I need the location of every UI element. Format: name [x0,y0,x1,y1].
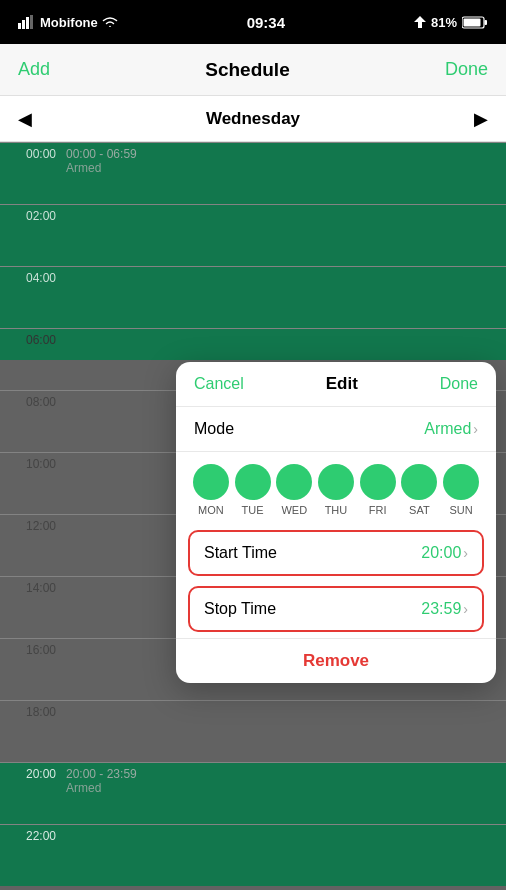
days-row: MON TUE WED THU FRI [176,452,496,520]
signal-icon [18,15,36,29]
stop-time-row[interactable]: Stop Time 23:59 › [188,586,484,632]
modal-header: Cancel Edit Done [176,362,496,407]
day-label-sun: SUN [449,504,472,516]
mode-value: Armed › [424,420,478,438]
mode-value-text: Armed [424,420,471,438]
prev-day-button[interactable]: ◀ [18,108,32,130]
time-label-0800: 08:00 [0,391,62,452]
timeline: 00:00 00:00 - 06:59 Armed 02:00 04:00 06… [0,142,506,890]
day-wed[interactable]: WED [276,464,312,516]
svg-rect-3 [30,15,33,29]
modal-title: Edit [326,374,358,394]
edit-modal: Cancel Edit Done Mode Armed › MON [176,362,496,683]
start-time-chevron-icon: › [463,545,468,561]
day-dot-mon [193,464,229,500]
modal-done-button[interactable]: Done [440,375,478,393]
battery-icon [462,16,488,29]
day-label-tue: TUE [242,504,264,516]
battery-percent: 81% [431,15,457,30]
day-mon[interactable]: MON [193,464,229,516]
modal-cancel-button[interactable]: Cancel [194,375,244,393]
day-dot-thu [318,464,354,500]
stop-time-chevron-icon: › [463,601,468,617]
add-button[interactable]: Add [18,59,50,80]
time-label-2200: 22:00 [0,825,62,886]
stop-time-text: 23:59 [421,600,461,618]
done-button[interactable]: Done [445,59,488,80]
remove-button[interactable]: Remove [303,651,369,671]
day-tue[interactable]: TUE [235,464,271,516]
day-label-mon: MON [198,504,224,516]
time-label-1400: 14:00 [0,577,62,638]
stop-time-label: Stop Time [204,600,276,618]
next-day-button[interactable]: ▶ [474,108,488,130]
day-label: Wednesday [206,109,300,129]
time-label-1000: 10:00 [0,453,62,514]
day-thu[interactable]: THU [318,464,354,516]
day-dot-sat [401,464,437,500]
time-label-0000: 00:00 [0,143,62,204]
time-label-1600: 16:00 [0,639,62,700]
time-label-2000: 20:00 [0,763,62,824]
start-time-text: 20:00 [421,544,461,562]
day-sat[interactable]: SAT [401,464,437,516]
status-time: 09:34 [247,14,285,31]
day-nav: ◀ Wednesday ▶ [0,96,506,142]
wifi-icon [102,16,118,28]
nav-bar: Add Schedule Done [0,44,506,96]
day-label-fri: FRI [369,504,387,516]
carrier-text: Mobifone [40,15,98,30]
day-dot-fri [360,464,396,500]
time-label-0600: 06:00 [0,329,62,390]
mode-chevron-icon: › [473,421,478,437]
svg-rect-1 [22,20,25,29]
day-fri[interactable]: FRI [360,464,396,516]
svg-marker-4 [414,16,426,28]
status-right: 81% [414,15,488,30]
page-title: Schedule [205,59,289,81]
modal-mode-row[interactable]: Mode Armed › [176,407,496,452]
start-time-label: Start Time [204,544,277,562]
time-label-0400: 04:00 [0,267,62,328]
day-dot-tue [235,464,271,500]
svg-rect-6 [484,20,487,25]
start-time-value: 20:00 › [421,544,468,562]
day-sun[interactable]: SUN [443,464,479,516]
day-label-sat: SAT [409,504,430,516]
day-dot-sun [443,464,479,500]
time-label-1800: 18:00 [0,701,62,762]
stop-time-value: 23:59 › [421,600,468,618]
day-dot-wed [276,464,312,500]
svg-rect-0 [18,23,21,29]
status-carrier: Mobifone [18,15,118,30]
mode-label: Mode [194,420,234,438]
start-time-row[interactable]: Start Time 20:00 › [188,530,484,576]
day-label-wed: WED [281,504,307,516]
time-label-0200: 02:00 [0,205,62,266]
modal-overlay: Cancel Edit Done Mode Armed › MON [0,142,506,890]
svg-rect-7 [463,18,480,26]
time-label-1200: 12:00 [0,515,62,576]
modal-remove-section: Remove [176,638,496,683]
status-bar: Mobifone 09:34 81% [0,0,506,44]
svg-rect-2 [26,17,29,29]
day-label-thu: THU [325,504,348,516]
location-icon [414,16,426,28]
